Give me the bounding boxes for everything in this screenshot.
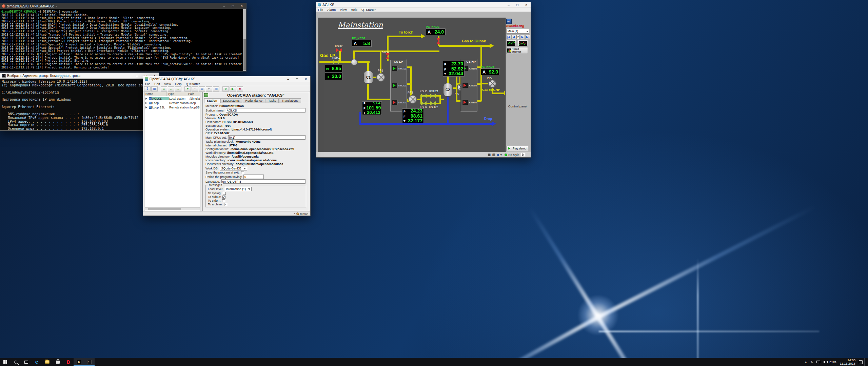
search-button[interactable]	[11, 358, 21, 366]
aglks-window[interactable]: AGLKS – □ × FileAlarmViewHelpQTStarter M…	[316, 2, 531, 158]
document-select[interactable]: Main (1)	[506, 29, 529, 34]
cmd-window[interactable]: C:\ Выбрать Администратор: Командная стр…	[0, 73, 159, 131]
pen-tray-icon[interactable]: ✎	[809, 358, 815, 366]
compressor-item[interactable]: KM201	[392, 82, 407, 89]
console-button[interactable]: >_	[84, 358, 95, 366]
maximize-button[interactable]: □	[293, 76, 301, 82]
style-select[interactable]: No style	[508, 153, 519, 157]
last-page-button[interactable]: ▶|	[525, 35, 530, 39]
separator-c2[interactable]: C2	[443, 83, 452, 97]
menu-item[interactable]: Help	[173, 82, 184, 86]
ksh21-valve[interactable]	[430, 94, 436, 98]
menu-item[interactable]: Help	[349, 8, 360, 12]
pp1-fan[interactable]	[376, 73, 385, 82]
opera-button[interactable]	[63, 358, 74, 366]
save-period-input[interactable]	[243, 175, 264, 179]
cut-button[interactable]: ✂	[206, 86, 212, 92]
add-item-button[interactable]: +	[184, 86, 191, 92]
menu-item[interactable]: QTStarter	[359, 8, 378, 12]
language-input[interactable]	[221, 179, 305, 184]
volume-tray-icon[interactable]	[822, 358, 828, 366]
save-exit-checkbox[interactable]	[241, 171, 244, 174]
krd2-valve[interactable]	[436, 38, 440, 44]
terminal-titlebar[interactable]: dima@DESKTOP-KSM6A6G: ~ – □ ×	[0, 3, 246, 9]
config-tab[interactable]: Tasks	[265, 98, 279, 103]
start-button[interactable]	[0, 358, 11, 366]
config-tab[interactable]: Redundancy	[243, 98, 265, 103]
play-demo-button[interactable]: Play demo	[507, 146, 528, 151]
least-level-select[interactable]: Information (1)	[225, 187, 252, 191]
config-tab[interactable]: Translations	[279, 98, 301, 103]
save-button[interactable]: ▦	[151, 86, 158, 92]
expander-icon[interactable]	[145, 98, 148, 100]
cmd-titlebar[interactable]: C:\ Выбрать Администратор: Командная стр…	[0, 73, 159, 79]
refresh-button[interactable]: ↻	[222, 86, 229, 92]
close-button[interactable]: ×	[522, 2, 531, 7]
pp7-fan[interactable]	[488, 80, 496, 88]
pp3-fan[interactable]	[408, 95, 417, 104]
load-button[interactable]: ↧	[144, 86, 151, 92]
store-button[interactable]	[53, 358, 63, 366]
control-valve[interactable]	[351, 59, 358, 66]
tree-row[interactable]: Loop SSL Remote station /loopSSL	[144, 105, 200, 109]
expander-icon[interactable]	[145, 102, 148, 104]
current-user[interactable]: roman	[300, 212, 308, 216]
ksh6-valve[interactable]	[421, 94, 427, 98]
menu-item[interactable]: File	[143, 82, 152, 86]
trend-button[interactable]	[506, 40, 516, 46]
expander-icon[interactable]	[145, 106, 148, 108]
work-db-select[interactable]: SQLite.GenDB	[220, 166, 247, 170]
pc-krd3-display[interactable]: A 92.0	[481, 68, 500, 75]
to-stderr-checkbox[interactable]	[222, 199, 225, 202]
first-page-button[interactable]: |◀	[506, 35, 511, 39]
pc-krd2-display[interactable]: A 24.0	[426, 28, 446, 35]
back-button[interactable]: ←	[168, 86, 174, 92]
prev-page-button[interactable]: ◀	[511, 35, 516, 39]
next-page-button[interactable]: ▶	[520, 35, 525, 39]
close-button[interactable]: ×	[237, 3, 246, 9]
maximize-button[interactable]: □	[513, 2, 522, 7]
result-graphics-button[interactable]: Result graphics	[506, 47, 528, 54]
hidden-icons-chevron[interactable]: ∧	[803, 358, 809, 366]
compressor-item[interactable]: KM202	[462, 82, 477, 89]
show-desktop-button[interactable]	[864, 358, 868, 366]
ksh22-valve[interactable]	[430, 101, 436, 105]
menu-item[interactable]: Edit	[152, 82, 162, 86]
menu-item[interactable]: View	[162, 82, 173, 86]
dropdown-icon[interactable]: ▾	[500, 153, 502, 157]
cmd-output[interactable]: Microsoft Windows [Version 10.0.17134.11…	[0, 79, 159, 130]
tree-row[interactable]: AGLKS Local station /Simulator	[144, 96, 200, 101]
document-icon[interactable]: ▤	[492, 153, 495, 157]
tree-header[interactable]: Name Type Path	[144, 92, 200, 96]
action-center-button[interactable]	[857, 358, 864, 366]
minimize-button[interactable]: –	[284, 76, 293, 82]
minimize-button[interactable]: –	[133, 73, 141, 78]
scrollbar-thumb[interactable]	[243, 39, 246, 70]
file-explorer-button[interactable]	[42, 358, 53, 366]
start-button[interactable]: ▶	[230, 86, 236, 92]
menu-item[interactable]: QTStarter	[184, 82, 202, 86]
delete-item-button[interactable]: −	[192, 86, 198, 92]
menu-item[interactable]: File	[316, 8, 325, 12]
grid-icon[interactable]: ▦	[488, 153, 491, 157]
task-view-button[interactable]	[21, 358, 32, 366]
ksh1-valve[interactable]	[333, 60, 339, 64]
station-name-input[interactable]	[226, 108, 305, 113]
up-button[interactable]: ↥	[161, 86, 167, 92]
tree-row[interactable]: Loop Remote station /loop	[144, 101, 200, 105]
ksh2-valve[interactable]	[336, 48, 342, 52]
style-icon[interactable]: ◆	[497, 153, 499, 157]
network-tray-icon[interactable]	[815, 358, 822, 366]
aglks-titlebar[interactable]: AGLKS – □ ×	[316, 2, 531, 8]
menu-item[interactable]: View	[338, 8, 349, 12]
ksh5-valve[interactable]	[386, 53, 390, 59]
qtcfg-window[interactable]: OpenSCADA QTCfg: AGLKS – □ × FileEditVie…	[143, 76, 311, 216]
language-indicator[interactable]: ENG	[828, 358, 838, 366]
to-syslog-checkbox[interactable]	[223, 192, 226, 195]
edge-button[interactable]: e	[32, 358, 42, 366]
terminal-scrollbar[interactable]	[243, 9, 246, 71]
pc-krd1-display[interactable]: A 5.8	[352, 40, 372, 47]
tree-hscrollbar[interactable]	[145, 207, 200, 210]
forward-button[interactable]: →	[175, 86, 181, 92]
minimize-button[interactable]: –	[504, 2, 513, 7]
